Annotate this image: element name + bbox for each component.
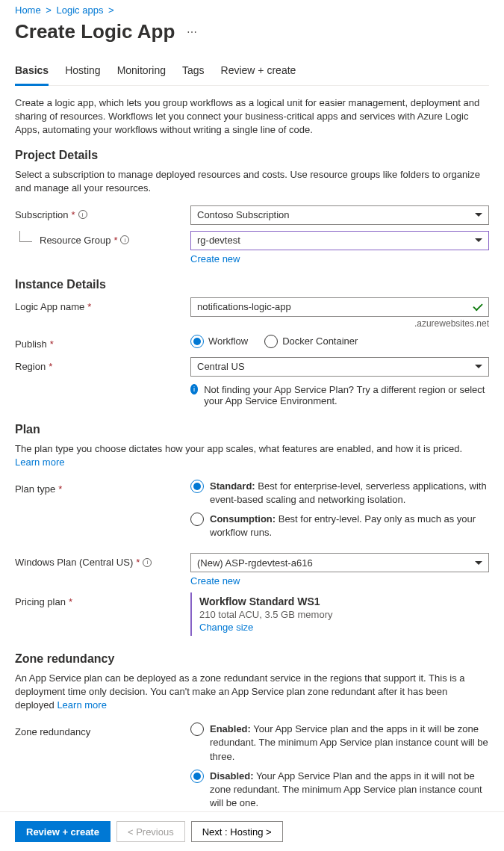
zone-learn-more-link[interactable]: Learn more	[57, 699, 106, 711]
chevron-down-icon	[475, 213, 482, 217]
chevron-down-icon	[475, 238, 482, 242]
page-title: Create Logic App	[15, 20, 175, 43]
more-icon[interactable]: ⋯	[187, 26, 197, 38]
zone-heading: Zone redundancy	[15, 652, 489, 666]
chevron-down-icon	[475, 561, 482, 565]
plan-type-label: Plan type	[15, 483, 55, 495]
intro-text: Create a logic app, which lets you group…	[15, 96, 489, 137]
pricing-plan-box: Workflow Standard WS1 210 total ACU, 3.5…	[190, 592, 489, 636]
plan-consumption-radio[interactable]: Consumption: Best for entry-level. Pay o…	[190, 513, 489, 539]
info-icon[interactable]: i	[120, 235, 129, 244]
logic-app-name-label: Logic App name	[15, 301, 84, 312]
plan-heading: Plan	[15, 423, 489, 436]
breadcrumb-home[interactable]: Home	[15, 4, 41, 16]
name-suffix: .azurewebsites.net	[190, 318, 489, 329]
region-label: Region	[15, 361, 46, 372]
pricing-plan-label: Pricing plan	[15, 596, 66, 607]
plan-desc: The plan type you choose dictates how yo…	[15, 442, 489, 469]
change-size-link[interactable]: Change size	[199, 622, 253, 633]
chevron-down-icon	[475, 365, 482, 368]
tabs: Basics Hosting Monitoring Tags Review + …	[15, 61, 489, 86]
logic-app-name-input[interactable]: notifications-logic-app	[190, 297, 489, 317]
tab-basics[interactable]: Basics	[15, 61, 49, 86]
breadcrumb-logic-apps[interactable]: Logic apps	[57, 4, 104, 16]
previous-button: < Previous	[116, 821, 185, 842]
info-icon[interactable]: i	[143, 558, 152, 567]
subscription-select[interactable]: Contoso Subscription	[190, 205, 489, 225]
publish-docker-radio[interactable]: Docker Container	[264, 335, 358, 348]
project-details-heading: Project Details	[15, 149, 489, 162]
instance-details-heading: Instance Details	[15, 278, 489, 291]
resource-group-label: Resource Group	[40, 235, 111, 246]
project-details-desc: Select a subscription to manage deployed…	[15, 168, 489, 195]
publish-workflow-radio[interactable]: Workflow	[190, 335, 248, 348]
create-new-plan-link[interactable]: Create new	[190, 575, 240, 587]
zone-desc: An App Service plan can be deployed as a…	[15, 672, 489, 712]
publish-label: Publish	[15, 338, 47, 350]
zone-label: Zone redundancy	[15, 726, 90, 737]
region-select[interactable]: Central US	[190, 357, 489, 377]
zone-enabled-radio[interactable]: Enabled: Your App Service plan and the a…	[190, 722, 489, 764]
tab-monitoring[interactable]: Monitoring	[117, 61, 166, 85]
windows-plan-select[interactable]: (New) ASP-rgdevtest-a616	[190, 553, 489, 572]
tab-hosting[interactable]: Hosting	[65, 61, 100, 85]
plan-learn-more-link[interactable]: Learn more	[15, 457, 64, 468]
info-icon: i	[190, 384, 198, 394]
next-button[interactable]: Next : Hosting >	[191, 821, 283, 842]
breadcrumb: Home > Logic apps >	[15, 4, 489, 16]
resource-group-select[interactable]: rg-devtest	[190, 231, 489, 250]
subscription-label: Subscription	[15, 209, 69, 220]
plan-standard-radio[interactable]: Standard: Best for enterprise-level, ser…	[190, 480, 489, 507]
windows-plan-label: Windows Plan (Central US)	[15, 557, 133, 568]
footer: Review + create < Previous Next : Hostin…	[0, 811, 504, 851]
review-create-button[interactable]: Review + create	[15, 821, 111, 842]
info-icon[interactable]: i	[78, 210, 87, 219]
create-new-rg-link[interactable]: Create new	[190, 253, 240, 264]
region-hint: Not finding your App Service Plan? Try a…	[204, 384, 489, 406]
tab-tags[interactable]: Tags	[182, 61, 205, 85]
tab-review[interactable]: Review + create	[221, 61, 296, 85]
zone-disabled-radio[interactable]: Disabled: Your App Service Plan and the …	[190, 770, 489, 811]
